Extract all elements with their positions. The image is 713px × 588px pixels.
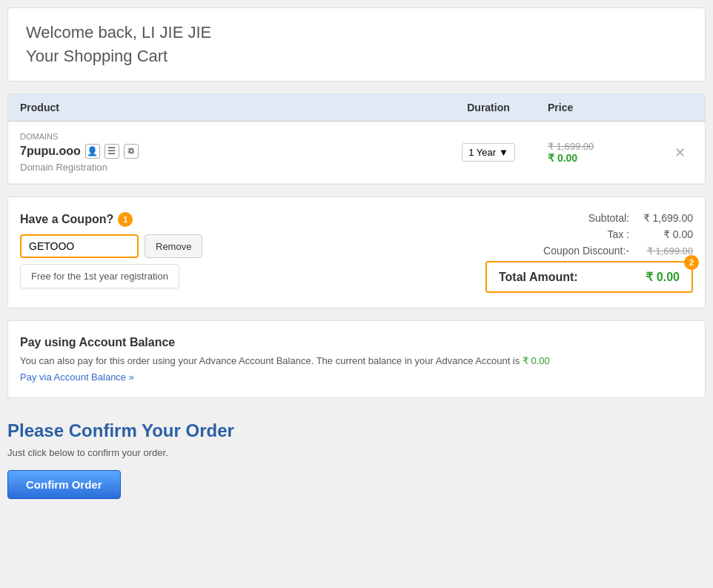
totals-right: Subtotal: ₹ 1,699.00 Tax : ₹ 0.00 Coupon…: [485, 212, 693, 293]
remove-item-button[interactable]: ✕: [674, 145, 686, 161]
tax-row: Tax : ₹ 0.00: [485, 228, 693, 240]
tax-label: Tax :: [607, 228, 629, 240]
cart-title: Your Shopping Cart: [26, 47, 687, 66]
duration-value: 1 Year: [468, 147, 496, 158]
coupon-discount-value: ₹ 1,699.00: [634, 245, 693, 257]
total-badge: 2: [684, 255, 699, 270]
col-price-header: Price: [548, 102, 666, 113]
table-header: Product Duration Price: [8, 94, 705, 122]
remove-cell[interactable]: ✕: [666, 145, 693, 161]
welcome-text: Welcome back, LI JIE JIE: [26, 23, 687, 42]
total-amount-box: Total Amount: ₹ 0.00 2: [485, 261, 693, 293]
coupon-input[interactable]: [20, 234, 139, 258]
balance-description: You can also pay for this order using yo…: [20, 355, 520, 366]
product-category: DOMAINS: [20, 132, 429, 141]
cart-table: Product Duration Price DOMAINS 7pupu.ooo…: [7, 93, 706, 185]
subtotal-row: Subtotal: ₹ 1,699.00: [485, 212, 693, 224]
table-row: DOMAINS 7pupu.ooo 👤 ☰ ⛭ Domain Registrat…: [8, 122, 705, 184]
person-icon: 👤: [85, 144, 100, 159]
chevron-down-icon: ▼: [499, 147, 508, 158]
pay-via-balance-link[interactable]: Pay via Account Balance »: [20, 371, 134, 383]
price-original: ₹ 1,699.00: [548, 141, 666, 152]
tax-value: ₹ 0.00: [634, 228, 693, 240]
confirm-order-button[interactable]: Confirm Order: [7, 470, 121, 499]
coupon-discount-row: Coupon Discount:- ₹ 1,699.00: [485, 245, 693, 257]
price-cell: ₹ 1,699.00 ₹ 0.00: [548, 141, 666, 164]
col-duration-header: Duration: [429, 102, 548, 113]
price-discounted: ₹ 0.00: [548, 152, 666, 164]
account-balance-heading: Pay using Account Balance: [20, 336, 693, 349]
subtotal-label: Subtotal:: [588, 212, 629, 224]
confirm-title: Please Confirm Your Order: [7, 420, 706, 441]
domain-name-text: 7pupu.ooo: [20, 145, 81, 158]
coupon-badge: 1: [118, 212, 133, 227]
col-product-header: Product: [20, 102, 429, 113]
remove-coupon-button[interactable]: Remove: [145, 234, 202, 258]
shield-icon: ⛭: [124, 144, 139, 159]
total-amount-label: Total Amount:: [499, 271, 578, 284]
header-box: Welcome back, LI JIE JIE Your Shopping C…: [7, 7, 706, 82]
coupon-totals-section: Have a Coupon? 1 Remove Free for the 1st…: [7, 196, 706, 308]
account-balance-section: Pay using Account Balance You can also p…: [7, 320, 706, 398]
subtotal-value: ₹ 1,699.00: [634, 212, 693, 224]
coupon-discount-label: Coupon Discount:-: [543, 245, 629, 257]
list-icon: ☰: [105, 144, 119, 159]
balance-text: You can also pay for this order using yo…: [20, 355, 693, 366]
confirm-section: Please Confirm Your Order Just click bel…: [7, 413, 706, 514]
coupon-message: Free for the 1st year registration: [20, 264, 179, 288]
duration-dropdown[interactable]: 1 Year ▼: [462, 143, 515, 162]
coupon-input-row: Remove: [20, 234, 485, 258]
product-type: Domain Registration: [20, 162, 429, 173]
balance-amount: ₹ 0.00: [523, 355, 550, 366]
duration-cell: 1 Year ▼: [429, 143, 548, 162]
confirm-subtitle: Just click below to confirm your order.: [7, 447, 706, 458]
total-amount-value: ₹ 0.00: [646, 270, 680, 284]
product-info: DOMAINS 7pupu.ooo 👤 ☰ ⛭ Domain Registrat…: [20, 132, 429, 173]
coupon-label: Have a Coupon? 1: [20, 212, 485, 227]
col-remove-header: [666, 102, 693, 113]
coupon-label-text: Have a Coupon?: [20, 213, 113, 226]
coupon-left: Have a Coupon? 1 Remove Free for the 1st…: [20, 212, 485, 288]
product-name: 7pupu.ooo 👤 ☰ ⛭: [20, 144, 429, 159]
